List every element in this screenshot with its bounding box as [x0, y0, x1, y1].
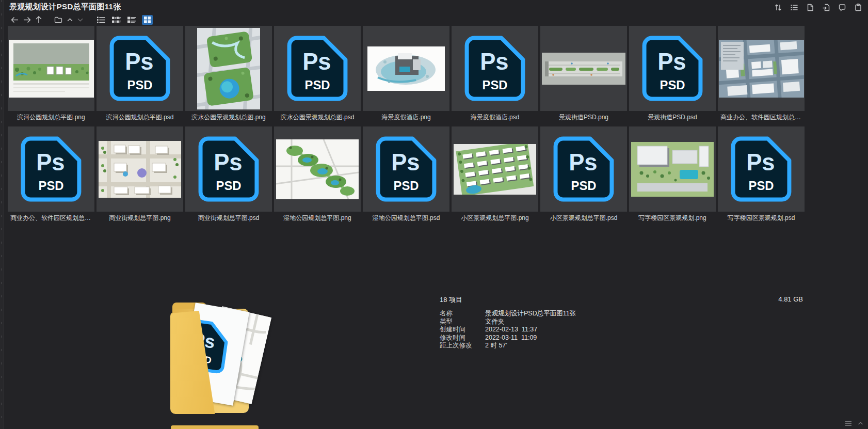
image-thumb — [363, 26, 449, 111]
expand-icon[interactable] — [77, 18, 83, 22]
partial-folder-icon[interactable] — [171, 425, 259, 429]
file-tile[interactable]: Ps PSD 海景度假酒店.psd — [451, 26, 539, 124]
psd-file-thumb: Ps PSD — [452, 26, 538, 111]
file-tile[interactable]: 写字楼园区景观规划.png — [628, 126, 717, 225]
content-view-icon[interactable] — [126, 15, 137, 25]
collapse-icon[interactable] — [67, 18, 73, 22]
detail-label: 距上次修改 — [440, 342, 485, 349]
file-tile[interactable]: 海景度假酒店.png — [362, 26, 451, 124]
file-tile[interactable]: Ps PSD 滨水公园景观规划总图.psd — [273, 26, 362, 124]
svg-text:PSD: PSD — [394, 179, 419, 193]
psd-file-thumb: Ps PSD — [540, 126, 627, 212]
psd-file-thumb: Ps PSD — [185, 126, 272, 212]
list-view-icon[interactable] — [95, 15, 106, 25]
svg-text:PSD: PSD — [39, 179, 64, 193]
image-thumb — [185, 26, 272, 111]
file-tile[interactable]: Ps PSD 小区景观规划总平图.psd — [539, 126, 628, 225]
mini-list-icon[interactable] — [845, 420, 851, 426]
page-title: 景观规划设计PSD总平面图11张 — [9, 2, 121, 12]
left-panel-divider[interactable] — [0, 0, 4, 429]
image-thumb — [452, 126, 538, 212]
tile-view-icon[interactable] — [111, 15, 122, 25]
file-name: 海景度假酒店.png — [362, 111, 451, 124]
sort-order-icon[interactable] — [774, 3, 783, 12]
file-tile[interactable]: Ps PSD 景观街道PSD.psd — [628, 26, 717, 124]
file-name: 商业办公、软件园区规划总平... — [717, 111, 806, 124]
file-tile[interactable]: 小区景观规划总平图.png — [451, 126, 539, 225]
file-name: 小区景观规划总平图.png — [451, 212, 539, 225]
file-tile[interactable]: Ps PSD 商业办公、软件园区规划总平... — [7, 126, 95, 225]
detail-label: 创建时间 — [440, 326, 485, 333]
detail-value: 景观规划设计PSD总平面图11张 — [485, 310, 576, 317]
detail-value: 2022-02-13 11:37 — [485, 326, 576, 333]
file-name: 滨水公园景观规划总图.psd — [273, 111, 362, 124]
psd-file-icon: Ps PSD — [376, 136, 437, 202]
statusbar-icon-row — [845, 420, 863, 426]
psd-file-icon: Ps PSD — [731, 136, 792, 202]
svg-text:Ps: Ps — [302, 49, 331, 75]
file-name: 海景度假酒店.psd — [451, 111, 539, 124]
svg-text:Ps: Ps — [214, 149, 242, 176]
file-tile[interactable]: Ps PSD 湿地公园规划总平图.psd — [362, 126, 451, 225]
image-thumb — [274, 126, 361, 212]
psd-file-thumb: Ps PSD — [274, 26, 361, 111]
file-name: 商业街规划总平图.png — [95, 212, 184, 225]
folder-size: 4.81 GB — [746, 295, 803, 303]
svg-text:Ps: Ps — [657, 49, 686, 75]
file-name: 景观街道PSD.png — [539, 111, 628, 124]
svg-text:Ps: Ps — [36, 149, 65, 176]
up-icon[interactable] — [36, 16, 42, 23]
psd-file-icon: Ps PSD — [198, 136, 259, 202]
note-icon[interactable] — [838, 3, 847, 12]
file-name: 小区景观规划总平图.psd — [539, 212, 628, 225]
file-name: 写字楼园区景观规划.psd — [717, 212, 806, 225]
psd-file-icon: Ps PSD — [642, 36, 703, 101]
svg-text:PSD: PSD — [127, 78, 153, 92]
grid-view-icon[interactable] — [142, 15, 153, 25]
file-list-icon[interactable] — [790, 3, 799, 12]
svg-text:Ps: Ps — [391, 149, 420, 176]
titlebar-icon-row — [774, 3, 863, 12]
toolbar — [11, 15, 153, 24]
items-count: 18 项目 — [440, 295, 462, 305]
psd-file-thumb: Ps PSD — [97, 26, 183, 111]
folder-with-psd-preview-icon[interactable]: Ps PSD — [164, 293, 270, 422]
file-tile[interactable]: Ps PSD 滨河公园规划总平图.psd — [95, 26, 184, 124]
back-icon[interactable] — [11, 17, 19, 23]
svg-text:PSD: PSD — [216, 179, 242, 193]
file-tile[interactable]: 商业办公、软件园区规划总平... — [717, 26, 806, 124]
image-thumb — [97, 126, 183, 212]
parent-folder-icon[interactable] — [54, 16, 62, 23]
file-tile[interactable]: 景观街道PSD.png — [539, 26, 628, 124]
svg-text:Ps: Ps — [480, 49, 508, 75]
file-name: 湿地公园规划总平图.png — [273, 212, 362, 225]
svg-text:PSD: PSD — [483, 78, 508, 92]
file-tile[interactable]: Ps PSD 商业街规划总平图.psd — [184, 126, 273, 225]
folder-details: 名称 景观规划设计PSD总平面图11张 类型 文件夹 创建时间 2022-02-… — [440, 310, 576, 349]
forward-icon[interactable] — [23, 17, 31, 23]
svg-text:Ps: Ps — [569, 149, 597, 176]
file-name: 滨河公园规划总平图.png — [7, 111, 95, 124]
detail-value: 文件夹 — [485, 319, 576, 325]
file-name: 写字楼园区景观规划.png — [628, 212, 717, 225]
file-name: 商业办公、软件园区规划总平... — [7, 212, 95, 225]
clipboard-icon[interactable] — [854, 3, 863, 12]
file-tile[interactable]: Ps PSD 写字楼园区景观规划.psd — [717, 126, 806, 225]
new-file-icon[interactable] — [806, 3, 815, 12]
file-tile[interactable]: 湿地公园规划总平图.png — [273, 126, 362, 225]
file-tile[interactable]: 滨水公园景观规划总图.png — [184, 26, 273, 124]
file-tile[interactable]: 商业街规划总平图.png — [95, 126, 184, 225]
detail-label: 类型 — [440, 319, 485, 325]
file-tile[interactable]: 滨河公园规划总平图.png — [7, 26, 95, 124]
psd-file-thumb: Ps PSD — [363, 126, 449, 212]
image-thumb — [540, 26, 627, 111]
svg-text:PSD: PSD — [660, 78, 685, 92]
svg-text:PSD: PSD — [749, 179, 774, 193]
file-name: 景观街道PSD.psd — [628, 111, 717, 124]
mini-chevron-icon[interactable] — [857, 420, 863, 426]
svg-text:Ps: Ps — [125, 49, 153, 75]
file-grid: 滨河公园规划总平图.png Ps PSD 滨河公园规划总平图.psd 滨水公园景… — [7, 26, 806, 225]
image-thumb — [629, 126, 716, 212]
svg-text:Ps: Ps — [746, 149, 775, 176]
file-forward-icon[interactable] — [822, 3, 831, 12]
